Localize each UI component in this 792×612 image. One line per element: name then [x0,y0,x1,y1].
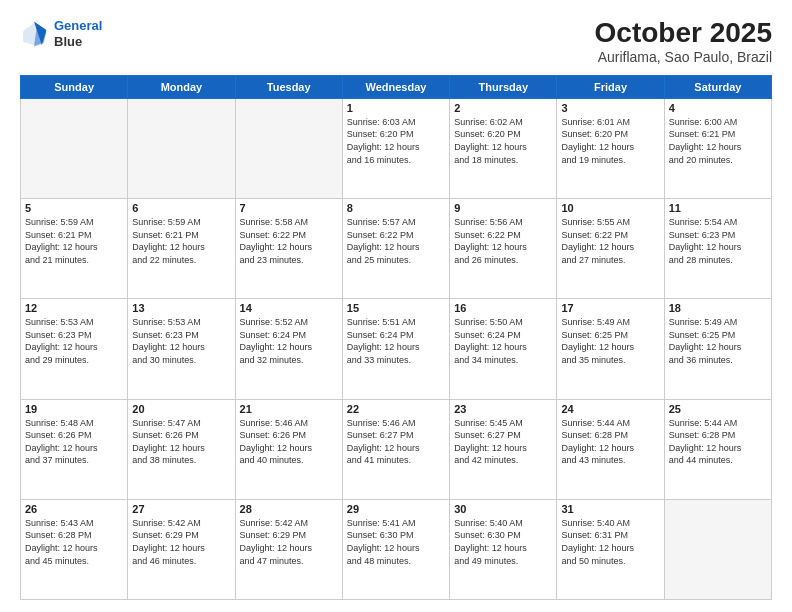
day-cell: 14Sunrise: 5:52 AMSunset: 6:24 PMDayligh… [235,299,342,399]
day-cell: 11Sunrise: 5:54 AMSunset: 6:23 PMDayligh… [664,199,771,299]
day-cell [664,499,771,599]
week-row-5: 26Sunrise: 5:43 AMSunset: 6:28 PMDayligh… [21,499,772,599]
logo: GeneralBlue [20,18,102,49]
day-number: 1 [347,102,445,114]
day-cell: 28Sunrise: 5:42 AMSunset: 6:29 PMDayligh… [235,499,342,599]
logo-icon [20,20,48,48]
day-cell [235,98,342,198]
day-cell [128,98,235,198]
calendar-subtitle: Auriflama, Sao Paulo, Brazil [595,49,772,65]
week-row-2: 5Sunrise: 5:59 AMSunset: 6:21 PMDaylight… [21,199,772,299]
day-number: 24 [561,403,659,415]
day-number: 15 [347,302,445,314]
day-number: 28 [240,503,338,515]
calendar-title: October 2025 [595,18,772,49]
day-info: Sunrise: 5:43 AMSunset: 6:28 PMDaylight:… [25,517,123,567]
weekday-header-thursday: Thursday [450,75,557,98]
day-number: 20 [132,403,230,415]
day-cell: 24Sunrise: 5:44 AMSunset: 6:28 PMDayligh… [557,399,664,499]
day-cell [21,98,128,198]
day-info: Sunrise: 5:42 AMSunset: 6:29 PMDaylight:… [240,517,338,567]
day-info: Sunrise: 6:00 AMSunset: 6:21 PMDaylight:… [669,116,767,166]
day-info: Sunrise: 5:49 AMSunset: 6:25 PMDaylight:… [561,316,659,366]
day-cell: 29Sunrise: 5:41 AMSunset: 6:30 PMDayligh… [342,499,449,599]
day-cell: 2Sunrise: 6:02 AMSunset: 6:20 PMDaylight… [450,98,557,198]
day-cell: 1Sunrise: 6:03 AMSunset: 6:20 PMDaylight… [342,98,449,198]
day-number: 17 [561,302,659,314]
week-row-3: 12Sunrise: 5:53 AMSunset: 6:23 PMDayligh… [21,299,772,399]
day-number: 31 [561,503,659,515]
day-info: Sunrise: 5:44 AMSunset: 6:28 PMDaylight:… [561,417,659,467]
weekday-header-sunday: Sunday [21,75,128,98]
day-info: Sunrise: 5:53 AMSunset: 6:23 PMDaylight:… [132,316,230,366]
day-cell: 12Sunrise: 5:53 AMSunset: 6:23 PMDayligh… [21,299,128,399]
calendar-table: SundayMondayTuesdayWednesdayThursdayFrid… [20,75,772,600]
day-info: Sunrise: 5:41 AMSunset: 6:30 PMDaylight:… [347,517,445,567]
day-number: 12 [25,302,123,314]
day-info: Sunrise: 5:40 AMSunset: 6:30 PMDaylight:… [454,517,552,567]
day-info: Sunrise: 5:56 AMSunset: 6:22 PMDaylight:… [454,216,552,266]
day-info: Sunrise: 5:44 AMSunset: 6:28 PMDaylight:… [669,417,767,467]
day-cell: 19Sunrise: 5:48 AMSunset: 6:26 PMDayligh… [21,399,128,499]
day-number: 26 [25,503,123,515]
day-cell: 6Sunrise: 5:59 AMSunset: 6:21 PMDaylight… [128,199,235,299]
day-info: Sunrise: 5:47 AMSunset: 6:26 PMDaylight:… [132,417,230,467]
day-info: Sunrise: 5:54 AMSunset: 6:23 PMDaylight:… [669,216,767,266]
day-number: 27 [132,503,230,515]
logo-text: GeneralBlue [54,18,102,49]
day-info: Sunrise: 5:49 AMSunset: 6:25 PMDaylight:… [669,316,767,366]
day-cell: 22Sunrise: 5:46 AMSunset: 6:27 PMDayligh… [342,399,449,499]
day-info: Sunrise: 5:53 AMSunset: 6:23 PMDaylight:… [25,316,123,366]
day-number: 14 [240,302,338,314]
day-cell: 21Sunrise: 5:46 AMSunset: 6:26 PMDayligh… [235,399,342,499]
day-number: 5 [25,202,123,214]
day-cell: 4Sunrise: 6:00 AMSunset: 6:21 PMDaylight… [664,98,771,198]
day-number: 7 [240,202,338,214]
day-number: 3 [561,102,659,114]
day-number: 25 [669,403,767,415]
day-cell: 17Sunrise: 5:49 AMSunset: 6:25 PMDayligh… [557,299,664,399]
day-info: Sunrise: 5:58 AMSunset: 6:22 PMDaylight:… [240,216,338,266]
day-cell: 25Sunrise: 5:44 AMSunset: 6:28 PMDayligh… [664,399,771,499]
day-cell: 13Sunrise: 5:53 AMSunset: 6:23 PMDayligh… [128,299,235,399]
day-info: Sunrise: 5:55 AMSunset: 6:22 PMDaylight:… [561,216,659,266]
header: GeneralBlue October 2025 Auriflama, Sao … [20,18,772,65]
day-number: 11 [669,202,767,214]
day-cell: 8Sunrise: 5:57 AMSunset: 6:22 PMDaylight… [342,199,449,299]
weekday-header-wednesday: Wednesday [342,75,449,98]
week-row-4: 19Sunrise: 5:48 AMSunset: 6:26 PMDayligh… [21,399,772,499]
day-info: Sunrise: 5:59 AMSunset: 6:21 PMDaylight:… [132,216,230,266]
title-block: October 2025 Auriflama, Sao Paulo, Brazi… [595,18,772,65]
weekday-header-saturday: Saturday [664,75,771,98]
day-number: 8 [347,202,445,214]
day-info: Sunrise: 5:46 AMSunset: 6:26 PMDaylight:… [240,417,338,467]
day-cell: 7Sunrise: 5:58 AMSunset: 6:22 PMDaylight… [235,199,342,299]
day-cell: 23Sunrise: 5:45 AMSunset: 6:27 PMDayligh… [450,399,557,499]
weekday-header-friday: Friday [557,75,664,98]
day-number: 29 [347,503,445,515]
day-number: 18 [669,302,767,314]
day-cell: 9Sunrise: 5:56 AMSunset: 6:22 PMDaylight… [450,199,557,299]
day-number: 30 [454,503,552,515]
week-row-1: 1Sunrise: 6:03 AMSunset: 6:20 PMDaylight… [21,98,772,198]
day-number: 13 [132,302,230,314]
day-cell: 10Sunrise: 5:55 AMSunset: 6:22 PMDayligh… [557,199,664,299]
day-cell: 26Sunrise: 5:43 AMSunset: 6:28 PMDayligh… [21,499,128,599]
day-info: Sunrise: 5:57 AMSunset: 6:22 PMDaylight:… [347,216,445,266]
day-cell: 15Sunrise: 5:51 AMSunset: 6:24 PMDayligh… [342,299,449,399]
day-cell: 18Sunrise: 5:49 AMSunset: 6:25 PMDayligh… [664,299,771,399]
day-cell: 20Sunrise: 5:47 AMSunset: 6:26 PMDayligh… [128,399,235,499]
day-info: Sunrise: 6:02 AMSunset: 6:20 PMDaylight:… [454,116,552,166]
day-info: Sunrise: 6:01 AMSunset: 6:20 PMDaylight:… [561,116,659,166]
day-number: 6 [132,202,230,214]
day-info: Sunrise: 5:50 AMSunset: 6:24 PMDaylight:… [454,316,552,366]
day-number: 10 [561,202,659,214]
day-info: Sunrise: 5:51 AMSunset: 6:24 PMDaylight:… [347,316,445,366]
day-cell: 31Sunrise: 5:40 AMSunset: 6:31 PMDayligh… [557,499,664,599]
weekday-header-row: SundayMondayTuesdayWednesdayThursdayFrid… [21,75,772,98]
day-info: Sunrise: 5:46 AMSunset: 6:27 PMDaylight:… [347,417,445,467]
day-number: 2 [454,102,552,114]
day-number: 23 [454,403,552,415]
day-cell: 27Sunrise: 5:42 AMSunset: 6:29 PMDayligh… [128,499,235,599]
day-cell: 5Sunrise: 5:59 AMSunset: 6:21 PMDaylight… [21,199,128,299]
